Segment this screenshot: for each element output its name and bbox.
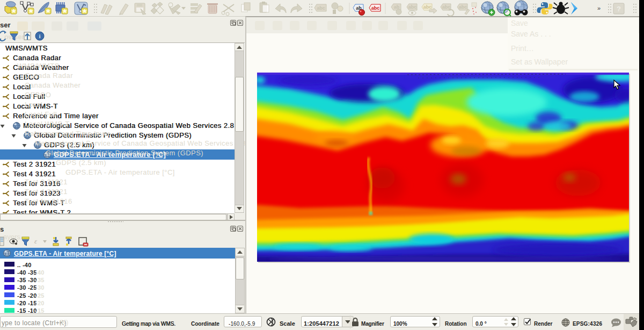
svg-text:abc: abc (408, 4, 417, 10)
svg-text:ε: ε (34, 237, 38, 245)
svg-text:i: i (39, 33, 40, 39)
svg-text:abc: abc (459, 4, 467, 10)
svg-text:ab: ab (394, 4, 400, 10)
svg-text:abc: abc (317, 5, 325, 11)
svg-text:abc: abc (423, 4, 432, 10)
svg-text:abc: abc (442, 4, 451, 10)
svg-text:?: ? (617, 5, 621, 13)
svg-text:abc: abc (371, 5, 380, 11)
svg-text:»: » (597, 5, 601, 11)
